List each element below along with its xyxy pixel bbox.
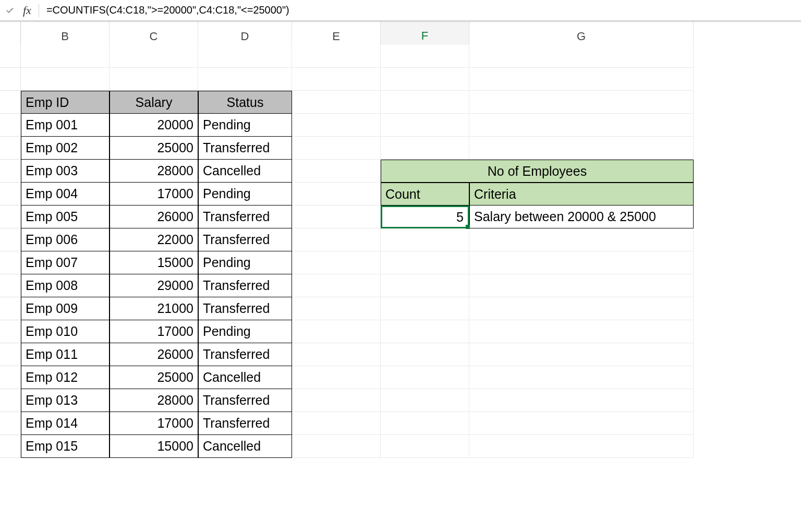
cell[interactable] bbox=[381, 228, 469, 251]
row-head[interactable] bbox=[0, 274, 21, 297]
cell[interactable] bbox=[292, 435, 381, 458]
summary-title[interactable]: No of Employees bbox=[381, 160, 694, 183]
cell[interactable] bbox=[469, 389, 694, 412]
cell[interactable] bbox=[381, 320, 469, 343]
row-head[interactable] bbox=[0, 91, 21, 114]
emp-cell[interactable]: Emp 014 bbox=[21, 412, 110, 435]
row-head[interactable] bbox=[0, 366, 21, 389]
status-cell[interactable]: Cancelled bbox=[198, 435, 292, 458]
summary-count-value[interactable]: 5 bbox=[381, 205, 469, 228]
salary-cell[interactable]: 20000 bbox=[110, 114, 198, 137]
emp-cell[interactable]: Emp 002 bbox=[21, 137, 110, 160]
status-cell[interactable]: Cancelled bbox=[198, 366, 292, 389]
status-cell[interactable]: Pending bbox=[198, 320, 292, 343]
salary-cell[interactable]: 15000 bbox=[110, 435, 198, 458]
cell[interactable] bbox=[292, 114, 381, 137]
emp-cell[interactable]: Emp 001 bbox=[21, 114, 110, 137]
salary-cell[interactable]: 29000 bbox=[110, 274, 198, 297]
cell[interactable] bbox=[381, 297, 469, 320]
row-head[interactable] bbox=[0, 412, 21, 435]
salary-cell[interactable]: 17000 bbox=[110, 320, 198, 343]
emp-cell[interactable]: Emp 004 bbox=[21, 183, 110, 205]
summary-criteria-value[interactable]: Salary between 20000 & 25000 bbox=[469, 205, 694, 228]
emp-cell[interactable]: Emp 008 bbox=[21, 274, 110, 297]
cell[interactable] bbox=[381, 45, 469, 68]
row-head[interactable] bbox=[0, 435, 21, 458]
cell[interactable] bbox=[469, 251, 694, 274]
row-head[interactable] bbox=[0, 389, 21, 412]
salary-cell[interactable]: 22000 bbox=[110, 228, 198, 251]
cell[interactable] bbox=[469, 412, 694, 435]
cell[interactable] bbox=[292, 297, 381, 320]
cell[interactable] bbox=[381, 137, 469, 160]
row-head[interactable] bbox=[0, 297, 21, 320]
status-cell[interactable]: Cancelled bbox=[198, 160, 292, 183]
cell[interactable] bbox=[469, 274, 694, 297]
cell[interactable] bbox=[381, 412, 469, 435]
cell[interactable] bbox=[469, 435, 694, 458]
status-cell[interactable]: Pending bbox=[198, 114, 292, 137]
row-head[interactable] bbox=[0, 251, 21, 274]
row-head[interactable] bbox=[0, 160, 21, 183]
emp-cell[interactable]: Emp 015 bbox=[21, 435, 110, 458]
cell[interactable] bbox=[292, 343, 381, 366]
cell[interactable] bbox=[469, 68, 694, 91]
cell[interactable] bbox=[469, 366, 694, 389]
cell[interactable] bbox=[469, 137, 694, 160]
emp-cell[interactable]: Emp 005 bbox=[21, 205, 110, 228]
salary-cell[interactable]: 21000 bbox=[110, 297, 198, 320]
cell[interactable] bbox=[381, 114, 469, 137]
row-head[interactable] bbox=[0, 183, 21, 205]
salary-cell[interactable]: 17000 bbox=[110, 412, 198, 435]
cell[interactable] bbox=[292, 320, 381, 343]
table-header-status[interactable]: Status bbox=[198, 91, 292, 114]
emp-cell[interactable]: Emp 003 bbox=[21, 160, 110, 183]
cell[interactable] bbox=[198, 68, 292, 91]
cell[interactable] bbox=[469, 228, 694, 251]
status-cell[interactable]: Transferred bbox=[198, 228, 292, 251]
cell[interactable] bbox=[292, 389, 381, 412]
row-head[interactable] bbox=[0, 45, 21, 68]
row-head[interactable] bbox=[0, 114, 21, 137]
cell[interactable] bbox=[469, 297, 694, 320]
row-head[interactable] bbox=[0, 68, 21, 91]
cell[interactable] bbox=[469, 45, 694, 68]
status-cell[interactable]: Pending bbox=[198, 251, 292, 274]
cell[interactable] bbox=[381, 274, 469, 297]
status-cell[interactable]: Transferred bbox=[198, 274, 292, 297]
cell[interactable] bbox=[381, 343, 469, 366]
emp-cell[interactable]: Emp 011 bbox=[21, 343, 110, 366]
row-head[interactable] bbox=[0, 137, 21, 160]
cell[interactable] bbox=[469, 91, 694, 114]
cell[interactable] bbox=[198, 45, 292, 68]
salary-cell[interactable]: 28000 bbox=[110, 160, 198, 183]
salary-cell[interactable]: 25000 bbox=[110, 366, 198, 389]
cell[interactable] bbox=[292, 251, 381, 274]
cell[interactable] bbox=[292, 228, 381, 251]
cell[interactable] bbox=[292, 205, 381, 228]
salary-cell[interactable]: 26000 bbox=[110, 343, 198, 366]
formula-input[interactable]: =COUNTIFS(C4:C18,">=20000",C4:C18,"<=250… bbox=[43, 4, 797, 16]
table-header-salary[interactable]: Salary bbox=[110, 91, 198, 114]
emp-cell[interactable]: Emp 013 bbox=[21, 389, 110, 412]
summary-criteria-label[interactable]: Criteria bbox=[469, 183, 694, 205]
emp-cell[interactable]: Emp 012 bbox=[21, 366, 110, 389]
accept-icon[interactable] bbox=[4, 5, 16, 16]
fx-label[interactable]: fx bbox=[20, 4, 34, 17]
cell[interactable] bbox=[469, 320, 694, 343]
status-cell[interactable]: Transferred bbox=[198, 297, 292, 320]
cell[interactable] bbox=[292, 91, 381, 114]
salary-cell[interactable]: 15000 bbox=[110, 251, 198, 274]
summary-count-label[interactable]: Count bbox=[381, 183, 469, 205]
status-cell[interactable]: Transferred bbox=[198, 343, 292, 366]
cell[interactable] bbox=[21, 68, 110, 91]
cell[interactable] bbox=[381, 68, 469, 91]
cell[interactable] bbox=[21, 45, 110, 68]
salary-cell[interactable]: 25000 bbox=[110, 137, 198, 160]
cell[interactable] bbox=[381, 251, 469, 274]
cell[interactable] bbox=[292, 160, 381, 183]
status-cell[interactable]: Transferred bbox=[198, 389, 292, 412]
salary-cell[interactable]: 17000 bbox=[110, 183, 198, 205]
cell[interactable] bbox=[292, 366, 381, 389]
cell[interactable] bbox=[292, 274, 381, 297]
